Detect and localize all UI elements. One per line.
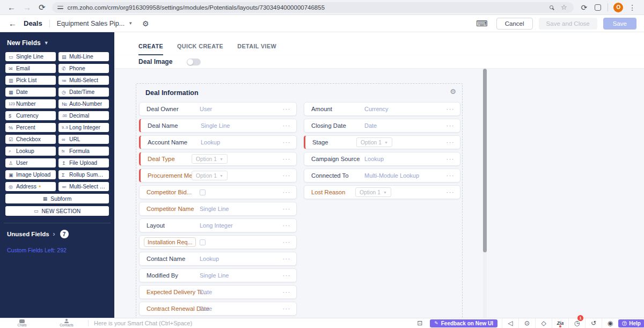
screen-share-icon[interactable]: ⊡: [411, 318, 429, 328]
zoom-icon[interactable]: [550, 5, 553, 9]
url-text[interactable]: crm.zoho.com/crm/org916309958/settings/m…: [68, 4, 550, 11]
field-options-menu-icon[interactable]: ···: [447, 139, 455, 145]
browser-back-icon[interactable]: ←: [8, 3, 16, 11]
field-type-button-formula[interactable]: fxFormula: [58, 147, 109, 156]
address-bar[interactable]: crm.zoho.com/crm/org916309958/settings/m…: [52, 2, 574, 13]
site-settings-icon[interactable]: [57, 5, 63, 10]
field-options-menu-icon[interactable]: ···: [283, 106, 291, 112]
field-type-button-single-line[interactable]: ▭Single Line: [5, 52, 56, 61]
field-options-menu-icon[interactable]: ···: [283, 189, 291, 195]
section-settings-gear-icon[interactable]: ⚙: [450, 88, 456, 96]
layout-picker[interactable]: Equipment Sales Pip... ▼: [57, 20, 133, 27]
field-type-button-file-upload[interactable]: ↥File Upload: [58, 158, 109, 167]
scrollbar-thumb[interactable]: [483, 69, 487, 252]
field-card[interactable]: Contact NameLookup···: [139, 252, 297, 266]
field-options-menu-icon[interactable]: ···: [447, 106, 455, 112]
field-type-button-date-time[interactable]: ◷Date/Time: [58, 88, 109, 97]
field-card[interactable]: Modified BySingle Line···: [139, 268, 297, 282]
tag-icon[interactable]: ◇: [535, 318, 552, 328]
field-options-menu-icon[interactable]: ···: [283, 239, 291, 245]
field-options-menu-icon[interactable]: ···: [283, 272, 291, 279]
field-type-button-multi-line[interactable]: ▤Multi-Line: [58, 52, 109, 61]
history-icon[interactable]: ↺: [585, 318, 602, 328]
cancel-button[interactable]: Cancel: [496, 18, 533, 30]
field-card[interactable]: Deal NameSingle Line···: [139, 119, 297, 133]
browser-menu-icon[interactable]: ⋮: [628, 3, 636, 12]
deal-image-toggle[interactable]: [187, 59, 201, 65]
field-card[interactable]: LayoutLong Integer···: [139, 218, 297, 232]
field-type-button-decimal[interactable]: .00Decimal: [58, 111, 109, 120]
field-options-menu-icon[interactable]: ···: [283, 206, 291, 212]
back-icon[interactable]: ←: [9, 19, 17, 28]
field-options-menu-icon[interactable]: ···: [283, 256, 291, 262]
field-card[interactable]: Competitor NameSingle Line···: [139, 202, 297, 216]
contacts-button[interactable]: Contacts: [56, 318, 77, 328]
field-options-menu-icon[interactable]: ···: [447, 122, 455, 129]
field-type-button-currency[interactable]: $Currency: [5, 111, 56, 120]
accessibility-icon[interactable]: ◉: [602, 318, 618, 328]
unused-fields-row[interactable]: Unused Fields › 7: [7, 230, 109, 238]
tab-quick-create[interactable]: QUICK CREATE: [177, 43, 223, 55]
field-card[interactable]: Deal TypeOption 1▼···: [139, 152, 297, 166]
field-type-button-url[interactable]: ∞URL: [58, 135, 109, 144]
whats-new-icon[interactable]: ⊙: [518, 318, 535, 328]
alarm-icon[interactable]: ◷1: [568, 318, 585, 328]
field-options-menu-icon[interactable]: ···: [447, 156, 455, 162]
tab-detail-view[interactable]: DETAIL VIEW: [237, 43, 276, 55]
keyboard-shortcuts-icon[interactable]: ⌨: [476, 19, 488, 28]
field-card[interactable]: AmountCurrency···: [304, 102, 460, 116]
help-button[interactable]: ? Help: [618, 319, 644, 327]
field-type-button-new-section[interactable]: ▭NEW SECTION: [5, 206, 109, 216]
sync-extension-icon[interactable]: ⟳: [581, 4, 588, 11]
field-options-menu-icon[interactable]: ···: [283, 222, 291, 229]
zia-icon[interactable]: Zia: [552, 318, 568, 328]
field-card[interactable]: Account NameLookup···: [139, 135, 297, 149]
field-picklist-default[interactable]: Option 1▼: [192, 154, 228, 164]
feedback-button[interactable]: ✎ Feedback on New UI: [430, 319, 497, 327]
field-card[interactable]: Campaign SourceLookup···: [304, 152, 460, 166]
field-type-button-multi-select-lo-[interactable]: ≕Multi-Select Lo...: [58, 182, 109, 191]
field-picklist-default[interactable]: Option 1▼: [192, 171, 228, 180]
field-type-button-phone[interactable]: ✆Phone: [58, 64, 109, 73]
field-options-menu-icon[interactable]: ···: [283, 139, 291, 145]
megaphone-icon[interactable]: ◁: [502, 318, 518, 328]
field-picklist-default[interactable]: Option 1▼: [356, 137, 392, 147]
field-card[interactable]: Installation Req...···: [139, 235, 297, 249]
field-type-button-long-integer[interactable]: 9..9Long Integer: [58, 123, 109, 132]
new-fields-header[interactable]: New Fields ▼: [7, 39, 109, 47]
field-type-button-multi-select[interactable]: ≔Multi-Select: [58, 76, 109, 85]
field-type-button-checkbox[interactable]: ☑Checkbox: [5, 135, 56, 144]
save-and-close-button[interactable]: Save and Close: [539, 18, 597, 30]
layout-settings-gear-icon[interactable]: ⚙: [142, 19, 149, 28]
extensions-icon[interactable]: [595, 4, 601, 11]
field-type-button-rollup-summary[interactable]: ΣRollup Summary: [58, 170, 109, 179]
field-type-button-percent[interactable]: %Percent: [5, 123, 56, 132]
field-card[interactable]: Closing DateDate···: [304, 119, 460, 133]
field-type-button-subform[interactable]: ▦Subform: [5, 194, 109, 203]
field-type-button-number[interactable]: 123Number: [5, 99, 56, 108]
field-type-button-auto-number[interactable]: №Auto-Number: [58, 99, 109, 108]
smart-chat-hint[interactable]: Here is your Smart Chat (Ctrl+Space): [94, 320, 192, 326]
field-type-button-user[interactable]: ♙User: [5, 158, 56, 167]
field-options-menu-icon[interactable]: ···: [283, 172, 291, 179]
field-type-button-lookup[interactable]: ⌕Lookup: [5, 147, 56, 156]
field-card[interactable]: Contract Renewal DateDate···: [139, 302, 297, 316]
field-type-button-image-upload[interactable]: ▣Image Upload: [5, 170, 56, 179]
field-picklist-default[interactable]: Option 1▼: [355, 187, 391, 197]
field-card[interactable]: Expected Delivery Ti...Date···: [139, 285, 297, 299]
save-button[interactable]: Save: [603, 18, 636, 30]
profile-avatar[interactable]: O: [613, 3, 623, 12]
field-checkbox[interactable]: [200, 189, 206, 195]
field-type-button-pick-list[interactable]: ▥Pick List: [5, 76, 56, 85]
field-checkbox[interactable]: [200, 239, 206, 245]
browser-forward-icon[interactable]: →: [23, 3, 31, 11]
field-type-button-address[interactable]: ◎Address✦: [5, 182, 56, 191]
field-options-menu-icon[interactable]: ···: [447, 172, 455, 179]
browser-reload-icon[interactable]: ⟳: [39, 3, 46, 11]
field-card[interactable]: Lost ReasonOption 1▼···: [304, 185, 460, 199]
field-card[interactable]: StageOption 1▼···: [304, 135, 460, 149]
tab-create[interactable]: CREATE: [138, 43, 163, 55]
chats-button[interactable]: Chats: [13, 318, 31, 328]
field-card[interactable]: Competitor Bid...···: [139, 185, 297, 199]
field-type-button-date[interactable]: ▦Date: [5, 88, 56, 97]
